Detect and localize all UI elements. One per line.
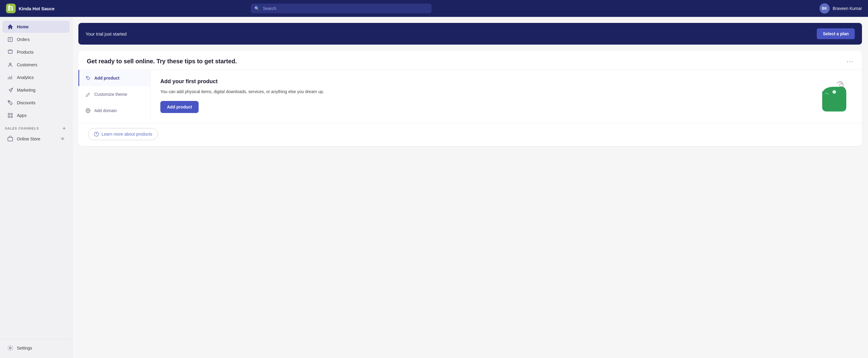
sidebar-item-discounts[interactable]: Discounts [2,97,70,109]
paint-icon [85,92,91,97]
sidebar-item-analytics[interactable]: Analytics [2,71,70,84]
sidebar-item-apps-label: Apps [17,113,27,118]
svg-rect-1 [8,37,12,41]
tips-menu: Add product Customize theme Add domain [79,70,151,123]
shopify-icon [6,4,16,13]
discounts-icon [7,100,13,106]
sidebar-item-marketing[interactable]: Marketing [2,84,70,96]
online-store-icon [7,136,13,142]
svg-rect-7 [11,116,12,118]
tips-menu-item-add-domain[interactable]: Add domain [79,102,150,119]
tips-footer: Learn more about products [79,123,862,146]
svg-point-12 [840,83,843,87]
tips-menu-item-customize-theme[interactable]: Customize theme [79,86,150,102]
svg-rect-4 [8,113,10,115]
customers-icon [7,62,13,68]
user-menu[interactable]: BK Braveen Kumar [819,3,862,13]
svg-point-3 [9,101,9,102]
sidebar-item-marketing-label: Marketing [17,88,35,93]
home-icon [7,24,13,30]
add-product-button[interactable]: Add product [160,101,198,113]
trial-banner: Your trial just started Select a plan [79,23,862,44]
sidebar-item-products[interactable]: Products [2,46,70,58]
tips-content: Add your first product You can add physi… [151,70,862,123]
sidebar-item-analytics-label: Analytics [17,75,34,80]
store-name: Kinda Hot Sauce [19,6,55,11]
search-icon: 🔍 [254,6,259,11]
marketing-icon [7,87,13,93]
search-bar: 🔍 [251,4,432,13]
settings-icon [7,345,13,351]
tips-content-desc: You can add physical items, digital down… [160,88,809,95]
svg-rect-5 [11,113,12,115]
svg-point-9 [9,347,11,349]
search-input[interactable] [251,4,432,13]
tips-more-button[interactable]: ··· [846,58,854,65]
apps-icon [7,112,13,119]
globe-icon [85,108,91,113]
eye-icon[interactable]: 👁 [61,136,65,141]
product-illustration [816,78,852,115]
products-icon [7,49,13,55]
sidebar-item-home-label: Home [17,24,29,29]
user-name: Braveen Kumar [833,6,862,11]
main-content: Your trial just started Select a plan Ge… [72,17,868,358]
tips-card: Get ready to sell online. Try these tips… [79,51,862,146]
tips-menu-customize-label: Customize theme [94,92,127,97]
trial-text: Your trial just started [86,31,127,36]
online-store-label: Online Store [17,136,40,141]
learn-more-label: Learn more about products [101,132,152,136]
tips-content-title: Add your first product [160,78,809,85]
tips-title: Get ready to sell online. Try these tips… [87,58,237,65]
sidebar-item-products-label: Products [17,50,33,55]
sidebar-item-home[interactable]: Home [2,21,70,33]
sales-channels-section: SALES CHANNELS + [0,122,72,133]
tips-menu-domain-label: Add domain [94,108,117,113]
learn-more-button[interactable]: Learn more about products [88,128,158,140]
orders-icon [7,36,13,42]
svg-rect-6 [8,116,10,118]
sidebar-item-discounts-label: Discounts [17,100,35,105]
tips-menu-item-add-product[interactable]: Add product [79,70,150,86]
settings-label: Settings [17,346,32,351]
tips-header: Get ready to sell online. Try these tips… [79,51,862,70]
tag-icon [85,75,91,81]
svg-point-13 [832,90,836,94]
analytics-icon [7,74,13,80]
svg-rect-0 [6,4,16,13]
sidebar: Home Orders Products Customers Analytics… [0,17,72,358]
avatar: BK [819,3,830,13]
svg-rect-8 [8,137,13,141]
sidebar-item-customers[interactable]: Customers [2,59,70,71]
sidebar-item-settings[interactable]: Settings [2,342,70,354]
sidebar-item-orders[interactable]: Orders [2,33,70,45]
sidebar-item-apps[interactable]: Apps [2,109,70,122]
tips-menu-add-product-label: Add product [94,76,119,80]
store-logo[interactable]: Kinda Hot Sauce [6,4,55,13]
sidebar-item-customers-label: Customers [17,62,37,67]
select-plan-button[interactable]: Select a plan [817,28,855,39]
add-sales-channel-button[interactable]: + [61,125,67,131]
topnav: Kinda Hot Sauce 🔍 BK Braveen Kumar [0,0,868,17]
sidebar-item-orders-label: Orders [17,37,30,42]
svg-point-2 [9,63,11,65]
svg-point-10 [87,77,87,77]
help-icon [94,131,99,137]
sidebar-item-online-store[interactable]: Online Store 👁 [2,133,70,145]
tips-body: Add product Customize theme Add domain [79,70,862,123]
